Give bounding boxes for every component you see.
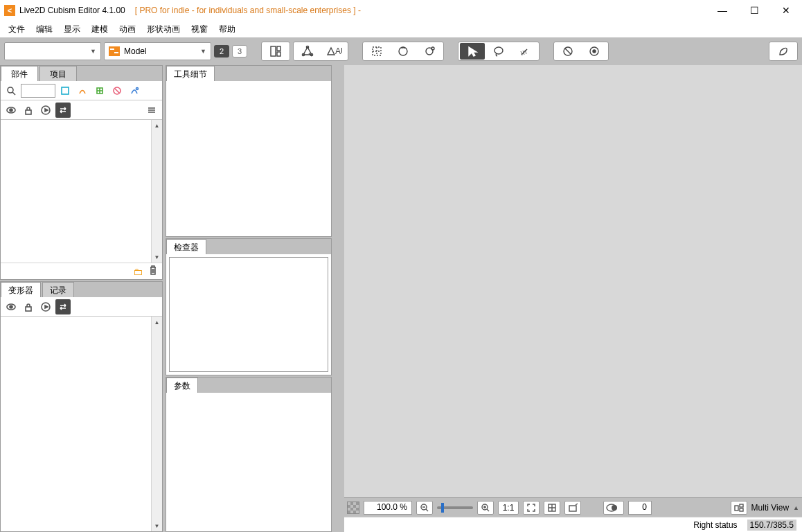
texture-atlas-button[interactable] (263, 43, 288, 60)
panel-menu-button[interactable] (144, 103, 159, 118)
warp-deformer-button[interactable] (364, 43, 389, 60)
mesh-edit-button[interactable] (295, 43, 320, 60)
tool-details-panel: 工具细节 (166, 65, 332, 237)
chevron-up-icon[interactable]: ▲ (793, 504, 799, 511)
brush-tool-button[interactable] (513, 43, 537, 60)
transparency-grid-button[interactable] (347, 502, 359, 514)
visibility-toggle-button[interactable] (3, 299, 19, 314)
snapshot-button[interactable] (564, 501, 581, 515)
zoom-slider[interactable] (437, 506, 473, 509)
scroll-up-icon[interactable]: ▲ (152, 317, 162, 328)
menu-help[interactable]: 帮助 (215, 22, 240, 37)
deformer-settings-button[interactable] (417, 43, 442, 60)
canvas-viewbar: 100.0 % 1:1 0 Multi View ▲ (344, 497, 802, 517)
menu-view[interactable]: 显示 (60, 22, 84, 37)
filter-glue-button[interactable] (109, 83, 125, 98)
titlebar: < Live2D Cubism Editor 4.1.00 [ PRO for … (0, 0, 802, 21)
fit-screen-button[interactable] (523, 501, 540, 515)
model-mode-icon (109, 46, 120, 56)
filter-warp-button[interactable] (75, 83, 90, 98)
menu-modeling[interactable]: 建模 (87, 22, 112, 37)
lock-toggle-button[interactable] (21, 103, 36, 118)
tab-deformer[interactable]: 变形器 (1, 282, 41, 297)
page-indicator-current[interactable]: 2 (214, 45, 229, 57)
svg-point-15 (8, 87, 13, 93)
rotation-deformer-button[interactable] (391, 43, 416, 60)
svg-point-18 (136, 87, 139, 89)
menu-window[interactable]: 视窗 (187, 22, 212, 37)
swap-button[interactable] (55, 103, 71, 118)
edit-tool-group (458, 42, 540, 61)
menu-formanim[interactable]: 形状动画 (143, 22, 184, 37)
tab-log[interactable]: 记录 (42, 282, 74, 297)
lock-toggle-button[interactable] (21, 299, 36, 314)
workspace-select[interactable]: ▼ (4, 42, 101, 60)
mode-select[interactable]: Model ▼ (104, 42, 211, 60)
svg-point-24 (10, 305, 12, 308)
svg-text:AUTO: AUTO (335, 46, 342, 56)
deformer-list[interactable]: ▲ ▼ (1, 317, 162, 531)
tab-tool-details[interactable]: 工具细节 (166, 66, 215, 81)
lasso-tool-button[interactable] (486, 43, 511, 60)
onion-alpha-field[interactable]: 0 (628, 501, 652, 515)
zoom-out-button[interactable] (416, 501, 433, 515)
search-icon[interactable] (3, 83, 19, 98)
zoom-in-button[interactable] (477, 501, 494, 515)
menu-edit[interactable]: 编辑 (32, 22, 57, 37)
zoom-field[interactable]: 100.0 % (364, 501, 412, 515)
scroll-down-icon[interactable]: ▼ (152, 251, 162, 263)
glue-tool-button[interactable] (555, 43, 580, 60)
view-mode-label[interactable]: Multi View (751, 503, 789, 513)
svg-point-11 (494, 47, 503, 54)
play-button[interactable] (38, 299, 53, 314)
page-indicator-other[interactable]: 3 (232, 45, 247, 57)
close-button[interactable]: ✕ (770, 0, 802, 21)
swap-button[interactable] (55, 299, 71, 314)
zoom-11-button[interactable]: 1:1 (498, 501, 519, 515)
view-layout-button[interactable] (731, 501, 747, 515)
parts-filter-field[interactable] (21, 84, 55, 98)
filter-artmesh-button[interactable] (57, 83, 73, 98)
scrollbar[interactable]: ▲ ▼ (151, 317, 162, 531)
deformer-tool-group (362, 42, 444, 61)
glue-weight-button[interactable] (582, 43, 607, 60)
minimize-button[interactable]: — (706, 0, 738, 21)
parts-panel: 部件 项目 ▲ (0, 65, 163, 280)
parts-panel-tabs: 部件 项目 (1, 66, 162, 81)
grid-toggle-button[interactable] (544, 501, 560, 515)
onion-toggle-button[interactable] (603, 501, 624, 515)
svg-rect-30 (569, 506, 576, 511)
maximize-button[interactable]: ☐ (738, 0, 770, 21)
chevron-down-icon: ▼ (200, 48, 206, 55)
tab-project[interactable]: 项目 (39, 66, 77, 81)
scroll-down-icon[interactable]: ▼ (152, 520, 162, 531)
parts-list[interactable]: ▲ ▼ (1, 120, 162, 263)
mesh-auto-button[interactable]: AUTO (321, 43, 346, 60)
parts-controls-strip (1, 100, 162, 120)
status-coords: 150.7/385.5 (747, 520, 796, 531)
new-folder-button[interactable]: 🗀 (133, 266, 143, 277)
arrow-tool-button[interactable] (460, 43, 485, 60)
parts-footer: 🗀 (1, 263, 162, 279)
zoom-slider-thumb[interactable] (441, 503, 444, 513)
svg-point-14 (593, 50, 596, 53)
middle-column: 工具细节 检查器 参数 (166, 65, 332, 532)
filter-path-button[interactable] (127, 83, 142, 98)
menu-file[interactable]: 文件 (4, 22, 29, 37)
texture-tool-group (261, 42, 290, 61)
svg-rect-33 (735, 506, 738, 511)
parts-filter-strip (1, 81, 162, 100)
delete-button[interactable] (148, 265, 158, 278)
canvas-viewport[interactable] (344, 65, 802, 497)
play-button[interactable] (38, 103, 53, 118)
tab-inspector[interactable]: 检查器 (166, 239, 206, 254)
paint-tool-button[interactable] (771, 43, 796, 60)
tab-parts[interactable]: 部件 (1, 66, 38, 81)
mesh-tool-group: AUTO (293, 42, 348, 61)
menu-animation[interactable]: 动画 (115, 22, 140, 37)
tab-parameters[interactable]: 参数 (166, 378, 198, 393)
scroll-up-icon[interactable]: ▲ (152, 120, 162, 131)
scrollbar[interactable]: ▲ ▼ (151, 120, 162, 263)
filter-rotation-button[interactable] (92, 83, 107, 98)
visibility-toggle-button[interactable] (3, 103, 19, 118)
